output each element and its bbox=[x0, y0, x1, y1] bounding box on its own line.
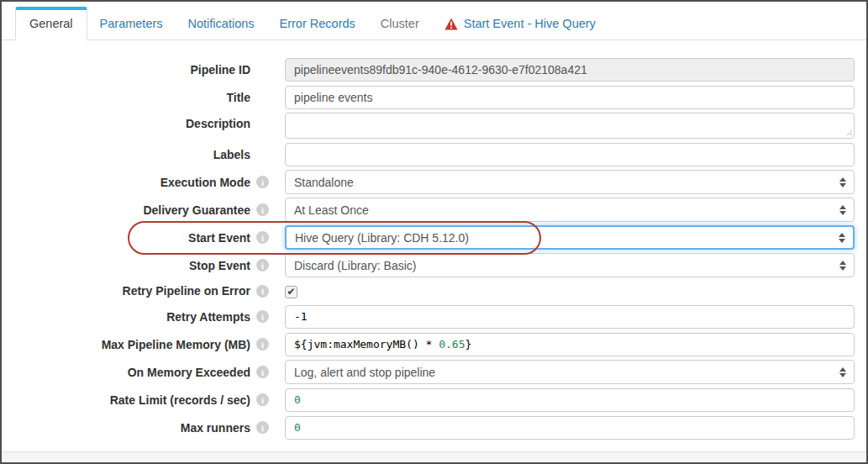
select-arrows-icon bbox=[839, 233, 845, 243]
info-icon[interactable] bbox=[256, 203, 269, 216]
info-icon[interactable] bbox=[256, 231, 269, 244]
bottom-strip bbox=[2, 451, 866, 462]
memory-expression-prefix: ${jvm:maxMemoryMB() * bbox=[294, 338, 439, 351]
delivery-guarantee-label: Delivery Guarantee bbox=[2, 203, 250, 217]
select-arrows-icon bbox=[839, 261, 846, 271]
execution-mode-value: Standalone bbox=[294, 176, 354, 189]
tab-start-event-label: Start Event - Hive Query bbox=[464, 17, 596, 30]
execution-mode-row: Execution Mode Standalone bbox=[2, 170, 866, 194]
labels-row: Labels bbox=[2, 142, 866, 166]
retry-attempts-label: Retry Attempts bbox=[2, 310, 250, 324]
max-runners-row: Max runners 0 bbox=[2, 415, 866, 440]
select-arrows-icon bbox=[839, 205, 846, 215]
info-icon[interactable] bbox=[256, 176, 269, 188]
config-tabbar: General Parameters Notifications Error R… bbox=[2, 2, 866, 40]
on-memory-exceeded-label: On Memory Exceeded bbox=[2, 366, 250, 379]
pipeline-id-label: Pipeline ID bbox=[2, 63, 250, 76]
rate-limit-value: 0 bbox=[294, 393, 301, 406]
start-event-row: Start Event Hive Query (Library: CDH 5.1… bbox=[2, 225, 866, 250]
select-arrows-icon bbox=[839, 177, 846, 187]
tab-cluster-label: Cluster bbox=[381, 17, 419, 30]
on-memory-exceeded-select[interactable]: Log, alert and stop pipeline bbox=[285, 360, 855, 384]
pipeline-config-window: General Parameters Notifications Error R… bbox=[0, 0, 868, 464]
delivery-guarantee-row: Delivery Guarantee At Least Once bbox=[2, 198, 866, 222]
on-memory-exceeded-row: On Memory Exceeded Log, alert and stop p… bbox=[2, 360, 866, 384]
memory-expression-suffix: } bbox=[466, 338, 472, 351]
general-tab-content: Pipeline ID Title Description bbox=[2, 40, 866, 451]
max-runners-label: Max runners bbox=[2, 421, 250, 435]
max-pipeline-memory-row: Max Pipeline Memory (MB) ${jvm:maxMemory… bbox=[2, 332, 866, 356]
rate-limit-input[interactable]: 0 bbox=[285, 388, 855, 412]
max-pipeline-memory-label: Max Pipeline Memory (MB) bbox=[2, 338, 250, 351]
description-row: Description bbox=[2, 113, 866, 139]
stop-event-value: Discard (Library: Basic) bbox=[294, 259, 416, 272]
tab-general[interactable]: General bbox=[15, 7, 87, 40]
max-pipeline-memory-input[interactable]: ${jvm:maxMemoryMB() * 0.65} bbox=[285, 333, 855, 356]
tab-notifications[interactable]: Notifications bbox=[176, 8, 267, 40]
on-memory-exceeded-value: Log, alert and stop pipeline bbox=[294, 366, 435, 379]
info-icon[interactable] bbox=[256, 393, 269, 406]
labels-label: Labels bbox=[2, 148, 250, 161]
tab-error-records-label: Error Records bbox=[280, 17, 355, 30]
max-runners-value: 0 bbox=[294, 421, 301, 434]
info-icon[interactable] bbox=[256, 366, 269, 378]
max-runners-input[interactable]: 0 bbox=[285, 416, 855, 440]
stop-event-row: Stop Event Discard (Library: Basic) bbox=[2, 253, 866, 277]
rate-limit-label: Rate Limit (records / sec) bbox=[2, 393, 250, 407]
rate-limit-row: Rate Limit (records / sec) 0 bbox=[2, 388, 866, 412]
tab-parameters-label: Parameters bbox=[100, 17, 163, 30]
pipeline-id-row: Pipeline ID bbox=[2, 57, 866, 82]
title-row: Title bbox=[2, 85, 866, 109]
start-event-value: Hive Query (Library: CDH 5.12.0) bbox=[295, 231, 469, 245]
delivery-guarantee-value: At Least Once bbox=[294, 203, 369, 217]
info-icon[interactable] bbox=[256, 285, 269, 298]
select-arrows-icon bbox=[839, 367, 846, 377]
info-icon[interactable] bbox=[256, 259, 269, 272]
labels-input[interactable] bbox=[285, 143, 855, 166]
stop-event-select[interactable]: Discard (Library: Basic) bbox=[285, 253, 855, 277]
tab-general-label: General bbox=[29, 17, 73, 30]
title-input[interactable] bbox=[285, 86, 855, 109]
execution-mode-select[interactable]: Standalone bbox=[285, 170, 855, 194]
retry-pipeline-checkbox[interactable] bbox=[285, 286, 297, 298]
info-icon[interactable] bbox=[256, 310, 269, 323]
retry-attempts-value: -1 bbox=[294, 310, 308, 323]
tab-cluster[interactable]: Cluster bbox=[368, 8, 432, 40]
tab-notifications-label: Notifications bbox=[188, 17, 255, 30]
execution-mode-label: Execution Mode bbox=[2, 176, 250, 189]
tab-parameters[interactable]: Parameters bbox=[87, 8, 176, 40]
description-label: Description bbox=[2, 113, 250, 130]
tab-error-records[interactable]: Error Records bbox=[267, 8, 368, 40]
start-event-select[interactable]: Hive Query (Library: CDH 5.12.0) bbox=[285, 225, 855, 250]
info-icon[interactable] bbox=[256, 421, 269, 434]
delivery-guarantee-select[interactable]: At Least Once bbox=[285, 198, 855, 222]
start-event-label: Start Event bbox=[2, 231, 250, 245]
stop-event-label: Stop Event bbox=[2, 259, 250, 272]
retry-attempts-row: Retry Attempts -1 bbox=[2, 304, 866, 329]
pipeline-id-input[interactable] bbox=[285, 58, 855, 82]
description-textarea[interactable] bbox=[285, 113, 855, 139]
title-label: Title bbox=[2, 91, 250, 104]
tab-start-event-hive-query[interactable]: Start Event - Hive Query bbox=[432, 8, 608, 40]
memory-expression-number: 0.65 bbox=[439, 338, 465, 351]
retry-pipeline-label: Retry Pipeline on Error bbox=[2, 284, 250, 298]
retry-pipeline-row: Retry Pipeline on Error bbox=[2, 281, 866, 301]
retry-attempts-input[interactable]: -1 bbox=[285, 305, 855, 329]
warning-icon bbox=[445, 18, 458, 30]
info-icon[interactable] bbox=[256, 338, 269, 351]
